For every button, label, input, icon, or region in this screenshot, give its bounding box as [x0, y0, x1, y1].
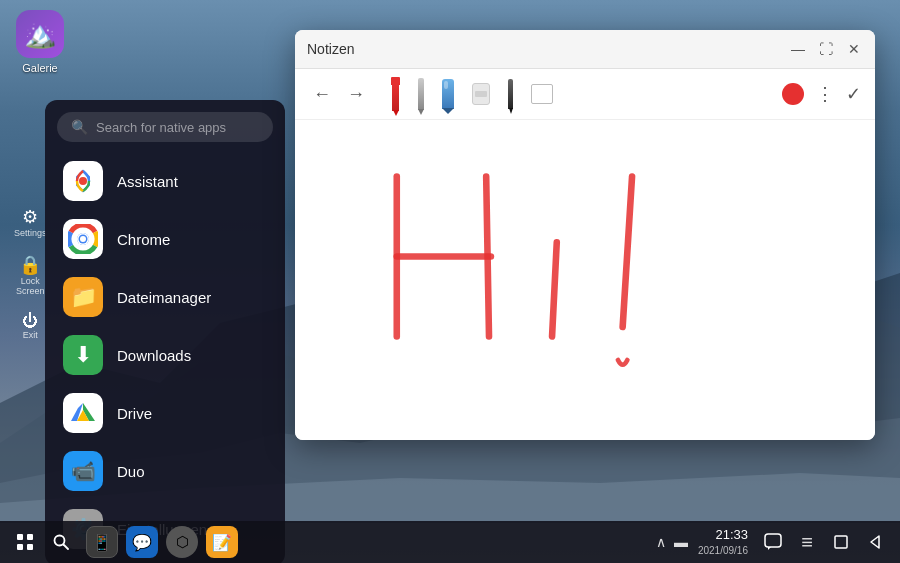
- svg-line-22: [64, 545, 69, 550]
- app-item-chrome[interactable]: Chrome: [45, 210, 285, 268]
- taskbar-nav-right: ≡: [758, 527, 890, 557]
- toolbar: ← →: [295, 69, 875, 120]
- svg-rect-25: [835, 536, 847, 548]
- search-icon: 🔍: [71, 119, 88, 135]
- notification-button[interactable]: [758, 527, 788, 557]
- duo-label: Duo: [117, 463, 145, 480]
- blue-pen-tool[interactable]: [438, 77, 458, 111]
- more-button[interactable]: ⋮: [816, 83, 834, 105]
- app-item-duo[interactable]: 📹 Duo: [45, 442, 285, 500]
- check-button[interactable]: ✓: [846, 83, 861, 105]
- close-button[interactable]: ✕: [845, 40, 863, 58]
- app-item-assistant[interactable]: Assistant: [45, 152, 285, 210]
- svg-marker-26: [871, 536, 879, 548]
- svg-rect-20: [27, 544, 33, 550]
- chat-bubble-icon: [764, 533, 782, 551]
- galerie-desktop-icon[interactable]: 🏔️ Galerie: [10, 10, 70, 74]
- search-icon: [53, 534, 69, 550]
- undo-button[interactable]: ←: [309, 82, 335, 107]
- dateimanager-label: Dateimanager: [117, 289, 211, 306]
- svg-marker-24: [768, 547, 771, 550]
- app-launcher: 🔍 Assistant: [45, 100, 285, 563]
- clock-date: 2021/09/16: [698, 544, 748, 557]
- downloads-label: Downloads: [117, 347, 191, 364]
- svg-rect-18: [27, 534, 33, 540]
- notizen-window: Notizen — ⛶ ✕ ← →: [295, 30, 875, 440]
- app-item-dateimanager[interactable]: 📁 Dateimanager: [45, 268, 285, 326]
- desktop: 🏔️ Galerie ⚙ Settings 🔒 Lock Screen ⏻ Ex…: [0, 0, 900, 563]
- taskbar: 📱 💬 ⬡ 📝 ∧ ▬ 21:33 2021/09/16: [0, 521, 900, 563]
- redo-button[interactable]: →: [343, 82, 369, 107]
- window-title: Notizen: [307, 41, 354, 57]
- search-button[interactable]: [46, 527, 76, 557]
- chevron-up-icon[interactable]: ∧: [656, 534, 666, 550]
- search-input[interactable]: [96, 120, 259, 135]
- svg-rect-17: [17, 534, 23, 540]
- taskbar-right: ∧ ▬ 21:33 2021/09/16 ≡: [656, 527, 890, 557]
- chrome-label: Chrome: [117, 231, 170, 248]
- drive-label: Drive: [117, 405, 152, 422]
- square-icon: [833, 534, 849, 550]
- toolbar-right: ⋮ ✓: [782, 83, 861, 105]
- record-button[interactable]: [782, 83, 804, 105]
- recents-button[interactable]: [826, 527, 856, 557]
- canvas-svg: [295, 120, 875, 440]
- clock: 21:33 2021/09/16: [698, 527, 748, 557]
- dark-pen-tool[interactable]: [504, 77, 517, 111]
- minimize-button[interactable]: —: [789, 40, 807, 58]
- app-item-drive[interactable]: Drive: [45, 384, 285, 442]
- notes-taskbar-icon[interactable]: 📝: [206, 526, 238, 558]
- drawing-canvas[interactable]: [295, 120, 875, 440]
- taskbar-apps: 📱 💬 ⬡ 📝: [86, 526, 238, 558]
- store-taskbar-icon[interactable]: ⬡: [166, 526, 198, 558]
- svg-point-5: [79, 177, 87, 185]
- app-grid-button[interactable]: [10, 527, 40, 557]
- maximize-button[interactable]: ⛶: [817, 40, 835, 58]
- window-controls: — ⛶ ✕: [789, 40, 863, 58]
- taskbar-left: [10, 527, 76, 557]
- messages-taskbar-icon[interactable]: 💬: [126, 526, 158, 558]
- back-icon: [867, 534, 883, 550]
- gray-pen-tool[interactable]: [414, 76, 428, 112]
- red-pen-tool[interactable]: [387, 75, 404, 113]
- grid-icon: [16, 533, 34, 551]
- app-item-downloads[interactable]: ⬇ Downloads: [45, 326, 285, 384]
- galerie-icon-label: Galerie: [22, 62, 57, 74]
- search-bar[interactable]: 🔍: [57, 112, 273, 142]
- clock-time: 21:33: [698, 527, 748, 544]
- rect-tool[interactable]: [527, 82, 557, 106]
- emulator-taskbar-icon[interactable]: 📱: [86, 526, 118, 558]
- svg-rect-23: [765, 534, 781, 547]
- svg-point-12: [80, 236, 86, 242]
- battery-icon: ▬: [674, 534, 688, 550]
- back-button[interactable]: [860, 527, 890, 557]
- assistant-label: Assistant: [117, 173, 178, 190]
- eraser-tool[interactable]: [468, 81, 494, 107]
- window-titlebar: Notizen — ⛶ ✕: [295, 30, 875, 69]
- toolbar-nav: ← →: [309, 82, 369, 107]
- system-tray: ∧ ▬: [656, 534, 688, 550]
- menu-button[interactable]: ≡: [792, 527, 822, 557]
- svg-rect-19: [17, 544, 23, 550]
